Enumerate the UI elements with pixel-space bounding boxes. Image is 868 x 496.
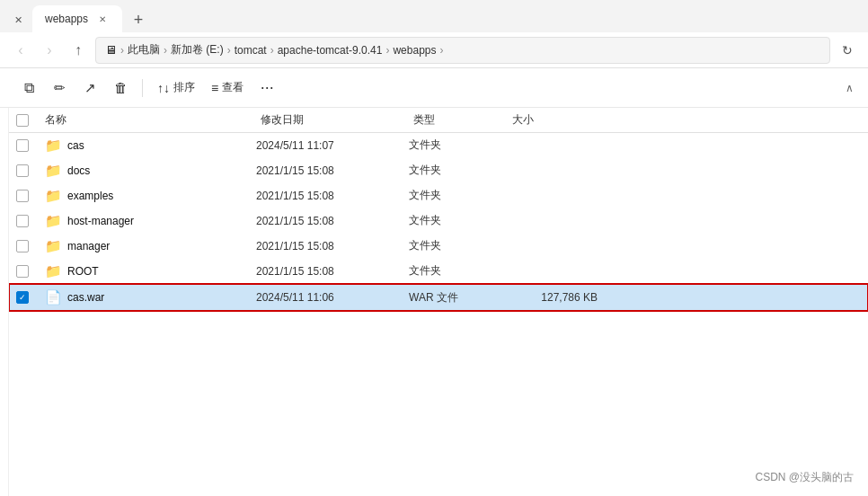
toolbar-sort-button[interactable]: ↑↓ 排序 bbox=[150, 74, 202, 102]
row-name: cas bbox=[67, 139, 256, 152]
toolbar-share-button[interactable]: ↗ bbox=[75, 74, 104, 102]
sort-label: 排序 bbox=[173, 80, 195, 95]
breadcrumb-sep-5: › bbox=[439, 44, 443, 57]
toolbar-delete-button[interactable]: 🗑 bbox=[106, 74, 135, 102]
row-type: 文件夹 bbox=[409, 188, 508, 203]
breadcrumb-item-tomcat[interactable]: tomcat bbox=[235, 44, 267, 57]
breadcrumb-item-webapps[interactable]: webapps bbox=[393, 44, 436, 57]
breadcrumb: 🖥 › 此电脑 › 新加卷 (E:) › tomcat › apache-tom… bbox=[95, 37, 830, 64]
column-header: 名称 修改日期 类型 大小 bbox=[9, 108, 868, 133]
table-row[interactable]: 📁 host-manager 2021/1/15 15:08 文件夹 bbox=[9, 208, 868, 234]
row-date: 2021/1/15 15:08 bbox=[256, 190, 409, 202]
delete-icon: 🗑 bbox=[114, 80, 128, 95]
row-checkbox[interactable] bbox=[16, 139, 38, 152]
table-row[interactable]: 📁 examples 2021/1/15 15:08 文件夹 bbox=[9, 183, 868, 208]
row-checkbox[interactable] bbox=[16, 190, 38, 202]
row-type: 文件夹 bbox=[409, 213, 508, 228]
breadcrumb-sep-4: › bbox=[385, 44, 389, 57]
folder-icon: 📁 bbox=[45, 238, 62, 254]
toolbar-sep-1 bbox=[142, 79, 143, 97]
tab-label: webapps bbox=[45, 13, 88, 25]
row-type: 文件夹 bbox=[409, 263, 508, 279]
nav-back-button[interactable]: ‹ bbox=[9, 39, 32, 62]
folder-icon: 📁 bbox=[45, 188, 62, 204]
watermark: CSDN @没头脑的古 bbox=[755, 470, 854, 485]
row-checkbox[interactable] bbox=[16, 265, 38, 278]
edit-icon: ✏ bbox=[54, 80, 66, 96]
row-date: 2024/5/11 11:06 bbox=[256, 291, 409, 304]
nav-up-button[interactable]: ↑ bbox=[66, 39, 90, 62]
row-checkbox[interactable] bbox=[16, 240, 38, 252]
toolbar-edit-button[interactable]: ✏ bbox=[45, 74, 74, 102]
folder-icon: 📁 bbox=[45, 137, 62, 154]
more-icon: ··· bbox=[261, 78, 274, 97]
row-date: 2021/1/15 15:08 bbox=[256, 240, 409, 252]
folder-icon: 📁 bbox=[45, 213, 62, 229]
file-list-container: 名称 修改日期 类型 大小 📁 cas 2024/5/11 11:07 文件夹 bbox=[0, 108, 868, 496]
folder-icon: 📁 bbox=[45, 163, 62, 179]
breadcrumb-sep-1: › bbox=[164, 44, 167, 57]
browser-tab-close[interactable]: ✕ bbox=[7, 7, 29, 32]
toolbar-more-button[interactable]: ··· bbox=[252, 74, 281, 102]
row-type: 文件夹 bbox=[409, 163, 508, 178]
address-refresh-button[interactable]: ↻ bbox=[836, 39, 859, 62]
row-size: 127,786 KB bbox=[508, 291, 598, 304]
row-checkbox[interactable] bbox=[16, 164, 38, 177]
toolbar-view-button[interactable]: ≡ 查看 bbox=[204, 74, 251, 102]
folder-icon: 📁 bbox=[45, 263, 62, 279]
row-checkbox[interactable] bbox=[16, 215, 38, 227]
row-date: 2021/1/15 15:08 bbox=[256, 215, 409, 227]
tab-close-icon[interactable]: ✕ bbox=[95, 12, 110, 26]
monitor-icon: 🖥 bbox=[105, 43, 117, 57]
toolbar-copy-button[interactable]: ⧉ bbox=[14, 74, 43, 102]
left-panel bbox=[0, 108, 9, 496]
breadcrumb-sep-0: › bbox=[120, 44, 124, 57]
row-name: cas.war bbox=[67, 291, 256, 304]
breadcrumb-item-drive[interactable]: 新加卷 (E:) bbox=[171, 42, 224, 58]
explorer-window: ⧉ ✏ ↗ 🗑 ↑↓ 排序 ≡ 查看 ··· ∧ bbox=[0, 68, 868, 496]
row-checkbox-checked[interactable]: ✓ bbox=[16, 291, 38, 304]
table-row[interactable]: 📁 manager 2021/1/15 15:08 文件夹 bbox=[9, 234, 868, 259]
header-checkbox[interactable] bbox=[16, 114, 38, 127]
row-name: ROOT bbox=[67, 265, 256, 278]
breadcrumb-item-apache[interactable]: apache-tomcat-9.0.41 bbox=[278, 44, 383, 57]
row-name: examples bbox=[67, 190, 256, 202]
row-type: WAR 文件 bbox=[409, 290, 508, 306]
active-tab[interactable]: webapps ✕ bbox=[32, 5, 122, 32]
row-date: 2021/1/15 15:08 bbox=[256, 265, 409, 278]
table-row[interactable]: 📁 ROOT 2021/1/15 15:08 文件夹 bbox=[9, 259, 868, 284]
table-row[interactable]: 📁 docs 2021/1/15 15:08 文件夹 bbox=[9, 158, 868, 183]
sort-icon: ↑↓ bbox=[157, 81, 170, 95]
row-type: 文件夹 bbox=[409, 137, 508, 153]
row-date: 2024/5/11 11:07 bbox=[256, 139, 409, 152]
col-type-header[interactable]: 类型 bbox=[413, 112, 512, 128]
table-row[interactable]: 📁 cas 2024/5/11 11:07 文件夹 bbox=[9, 133, 868, 158]
breadcrumb-sep-2: › bbox=[227, 44, 231, 57]
col-size-header[interactable]: 大小 bbox=[512, 112, 602, 128]
share-icon: ↗ bbox=[84, 80, 96, 96]
collapse-icon[interactable]: ∧ bbox=[846, 82, 854, 94]
col-name-header[interactable]: 名称 bbox=[45, 112, 261, 128]
address-bar-area: ‹ › ↑ 🖥 › 此电脑 › 新加卷 (E:) › tomcat › apac… bbox=[0, 32, 868, 68]
new-tab-button[interactable]: + bbox=[126, 7, 151, 32]
file-icon: 📄 bbox=[45, 289, 62, 306]
toolbar: ⧉ ✏ ↗ 🗑 ↑↓ 排序 ≡ 查看 ··· ∧ bbox=[0, 68, 868, 108]
copy-icon: ⧉ bbox=[24, 80, 34, 96]
breadcrumb-item-pc[interactable]: 此电脑 bbox=[128, 42, 160, 58]
breadcrumb-sep-3: › bbox=[270, 44, 274, 57]
col-date-header[interactable]: 修改日期 bbox=[261, 112, 413, 128]
row-name: docs bbox=[67, 164, 256, 177]
row-date: 2021/1/15 15:08 bbox=[256, 164, 409, 177]
row-name: host-manager bbox=[67, 215, 256, 227]
table-row-selected[interactable]: ✓ 📄 cas.war 2024/5/11 11:06 WAR 文件 127,7… bbox=[9, 284, 868, 311]
row-type: 文件夹 bbox=[409, 238, 508, 253]
view-icon: ≡ bbox=[211, 81, 218, 95]
nav-forward-button[interactable]: › bbox=[38, 39, 61, 62]
view-label: 查看 bbox=[222, 80, 244, 95]
file-list: 名称 修改日期 类型 大小 📁 cas 2024/5/11 11:07 文件夹 bbox=[9, 108, 868, 496]
row-name: manager bbox=[67, 240, 256, 252]
